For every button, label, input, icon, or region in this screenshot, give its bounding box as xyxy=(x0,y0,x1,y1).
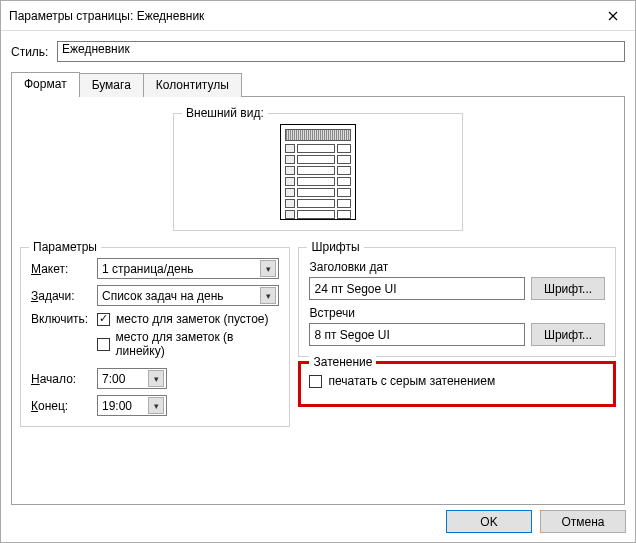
end-label: Конец: xyxy=(31,399,91,413)
fonts-dates-label: Заголовки дат xyxy=(309,260,605,274)
include-notes-blank-label: место для заметок (пустое) xyxy=(116,312,269,326)
tasks-combo[interactable]: Список задач на день ▾ xyxy=(97,285,279,306)
tab-body: Внешний вид: xyxy=(11,97,625,505)
fonts-appts-value: 8 пт Segoe UI xyxy=(309,323,525,346)
style-label: Стиль: xyxy=(11,45,51,59)
appearance-group: Внешний вид: xyxy=(173,113,463,231)
fonts-group: Шрифты Заголовки дат 24 пт Segoe UI Шриф… xyxy=(298,247,616,357)
fonts-appts-label: Встречи xyxy=(309,306,605,320)
tab-format[interactable]: Формат xyxy=(11,72,80,97)
chevron-down-icon: ▾ xyxy=(148,397,164,414)
ok-button[interactable]: OK xyxy=(446,510,532,533)
layout-combo[interactable]: 1 страница/день ▾ xyxy=(97,258,279,279)
fonts-appts-button[interactable]: Шрифт... xyxy=(531,323,605,346)
layout-preview xyxy=(280,124,356,220)
dialog-footer: OK Отмена xyxy=(446,510,626,533)
include-label: Включить: xyxy=(31,312,91,326)
titlebar: Параметры страницы: Ежедневник xyxy=(1,1,635,31)
include-notes-lined-label: место для заметок (в линейку) xyxy=(116,330,280,358)
fonts-dates-button[interactable]: Шрифт... xyxy=(531,277,605,300)
style-input[interactable]: Ежедневник xyxy=(57,41,625,62)
shading-checkbox[interactable] xyxy=(309,375,322,388)
close-icon xyxy=(608,11,618,21)
tab-headers[interactable]: Колонтитулы xyxy=(143,73,242,97)
include-notes-lined-checkbox[interactable] xyxy=(97,338,110,351)
fonts-dates-value: 24 пт Segoe UI xyxy=(309,277,525,300)
tasks-label: Задачи: xyxy=(31,289,91,303)
start-combo[interactable]: 7:00 ▾ xyxy=(97,368,167,389)
chevron-down-icon: ▾ xyxy=(148,370,164,387)
params-legend: Параметры xyxy=(29,240,101,254)
chevron-down-icon: ▾ xyxy=(260,287,276,304)
end-combo[interactable]: 19:00 ▾ xyxy=(97,395,167,416)
layout-label: Макет: xyxy=(31,262,91,276)
window-title: Параметры страницы: Ежедневник xyxy=(9,9,204,23)
appearance-legend: Внешний вид: xyxy=(182,106,268,120)
shading-group: Затенение печатать с серым затенением xyxy=(298,361,616,407)
cancel-button[interactable]: Отмена xyxy=(540,510,626,533)
chevron-down-icon: ▾ xyxy=(260,260,276,277)
fonts-legend: Шрифты xyxy=(307,240,363,254)
start-label: Начало: xyxy=(31,372,91,386)
tab-paper[interactable]: Бумага xyxy=(79,73,144,97)
tab-strip: Формат Бумага Колонтитулы xyxy=(11,72,625,97)
shading-legend: Затенение xyxy=(309,355,376,369)
params-group: Параметры Макет: 1 страница/день ▾ Задач… xyxy=(20,247,290,427)
include-notes-blank-checkbox[interactable] xyxy=(97,313,110,326)
shading-option-label: печатать с серым затенением xyxy=(328,374,495,388)
close-button[interactable] xyxy=(591,1,635,31)
